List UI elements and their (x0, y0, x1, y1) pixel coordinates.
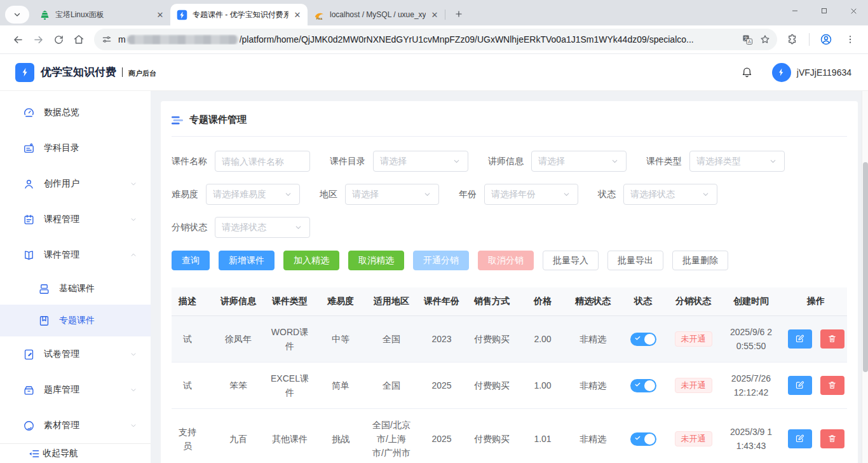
sidebar-item-素材管理[interactable]: 素材管理 (0, 408, 151, 443)
column-header-课件类型: 课件类型 (264, 287, 315, 315)
filter-select-年份[interactable]: 请选择年份 (484, 184, 578, 205)
reload-button[interactable] (48, 29, 69, 50)
trash-icon (827, 434, 837, 443)
sidebar-item-学科目录[interactable]: 学科目录 (0, 130, 151, 166)
svg-text:PMA: PMA (316, 17, 322, 20)
home-button[interactable] (69, 29, 89, 50)
close-tab-icon[interactable]: ✕ (292, 10, 302, 20)
table-wrapper: 描述讲师信息课件类型难易度适用地区课件年份销售方式价格精选状态状态分销状态创建时… (172, 287, 847, 463)
tab-search-button[interactable] (5, 6, 29, 24)
sidebar-item-专题课件[interactable]: 专题课件 (0, 305, 151, 336)
site-settings-icon[interactable] (102, 34, 112, 45)
edit-button[interactable] (788, 376, 812, 395)
forward-button[interactable] (28, 29, 48, 50)
button-批量导入[interactable]: 批量导入 (543, 251, 599, 270)
close-tab-icon[interactable]: ✕ (430, 10, 440, 20)
filter-label: 讲师信息 (488, 156, 524, 167)
filter-年份: 年份请选择年份 (459, 184, 578, 205)
button-批量导出[interactable]: 批量导出 (607, 251, 663, 270)
button-批量删除[interactable]: 批量删除 (672, 251, 728, 270)
address-bar[interactable]: m /platform/home/QjJMK0d2MW0rNXNEdGYrU1c… (94, 29, 777, 50)
browser-tab-2[interactable]: 专题课件 - 优学宝知识付费系统✕ (170, 4, 308, 25)
sidebar-item-课件管理[interactable]: 课件管理 (0, 237, 151, 273)
sidebar-item-基础课件[interactable]: 基础课件 (0, 273, 151, 305)
filter-row-1: 课件名称课件目录请选择讲师信息请选择课件类型请选择类型 (172, 151, 847, 172)
close-window-button[interactable] (839, 0, 868, 22)
scrollbar-thumb[interactable] (863, 162, 868, 372)
sidebar-item-课程管理[interactable]: 课程管理 (0, 202, 151, 237)
sidebar-item-label: 数据总览 (44, 107, 138, 118)
close-tab-icon[interactable]: ✕ (155, 10, 165, 20)
select-placeholder: 请选择状态 (222, 222, 294, 233)
new-tab-button[interactable] (450, 5, 468, 23)
sidebar-item-题库管理[interactable]: 题库管理 (0, 372, 151, 408)
status-toggle-on[interactable] (630, 379, 656, 392)
button-开通分销[interactable]: 开通分销 (413, 251, 469, 270)
special-courseware-icon (38, 315, 50, 327)
minimize-button[interactable] (780, 0, 810, 22)
chevron-down-icon (702, 190, 710, 198)
sidebar-item-创作用户[interactable]: 创作用户 (0, 166, 151, 202)
edit-button[interactable] (788, 329, 812, 349)
maximize-button[interactable] (810, 0, 839, 22)
delete-button[interactable] (820, 329, 844, 349)
toolbar-divider (809, 33, 810, 46)
content-card: 专题课件管理 课件名称课件目录请选择讲师信息请选择课件类型请选择类型难易度请选择… (161, 101, 858, 463)
profile-button[interactable] (816, 29, 836, 50)
chevron-up-icon (129, 251, 138, 259)
chevron-down-icon (452, 157, 461, 165)
delete-button[interactable] (820, 429, 844, 448)
extensions-button[interactable] (782, 29, 803, 50)
filter-课件名称: 课件名称 (172, 151, 310, 172)
filter-select-课件目录[interactable]: 请选择 (373, 151, 468, 172)
filter-select-课件类型[interactable]: 请选择类型 (689, 151, 785, 172)
browser-toolbar: m /platform/home/QjJMK0d2MW0rNXNEdGYrU1c… (0, 25, 868, 54)
user-avatar[interactable] (772, 63, 791, 82)
status-toggle-on[interactable] (630, 333, 656, 346)
browser-tab-1[interactable]: 宝塔Linux面板✕ (33, 4, 170, 25)
notification-bell-icon[interactable] (741, 66, 753, 78)
page-scrollbar[interactable] (862, 54, 868, 463)
username: jVFJjE119634 (797, 67, 851, 78)
browser-tab-3[interactable]: PMAlocalhost / MySQL / uxue_xyz✕ (308, 4, 445, 25)
basic-courseware-icon (38, 283, 50, 295)
chevron-down-icon (294, 223, 303, 232)
svg-text:A: A (748, 39, 751, 44)
status-toggle-on[interactable] (630, 432, 656, 446)
filter-讲师信息: 讲师信息请选择 (488, 151, 627, 172)
sidebar-item-试卷管理[interactable]: 试卷管理 (0, 336, 151, 372)
column-header-状态: 状态 (618, 287, 668, 315)
filter-select-讲师信息[interactable]: 请选择 (531, 151, 627, 172)
distribution-badge: 未开通 (675, 378, 712, 393)
button-取消分销[interactable]: 取消分销 (478, 251, 534, 270)
sidebar: 数据总览学科目录创作用户课程管理课件管理基础课件专题课件试卷管理题库管理素材管理… (0, 91, 151, 463)
edit-button[interactable] (788, 429, 812, 448)
filter-select-难易度[interactable]: 请选择难易度 (206, 184, 300, 205)
button-查询[interactable]: 查询 (172, 251, 210, 270)
back-button[interactable] (8, 29, 28, 50)
toggle-knob (644, 380, 655, 391)
browser-menu-button[interactable] (840, 29, 860, 50)
cell-price: 1.01 (517, 408, 568, 463)
button-新增课件[interactable]: 新增课件 (219, 251, 275, 270)
table-row-2: 试笨笨EXCEL课件简单全国2025付费购买1.00非精选未开通2025/7/2… (172, 362, 847, 408)
button-取消精选[interactable]: 取消精选 (348, 251, 404, 270)
filter-select-分销状态[interactable]: 请选择状态 (215, 217, 310, 238)
column-header-创建时间: 创建时间 (718, 287, 784, 315)
filter-select-状态[interactable]: 请选择状态 (623, 184, 717, 205)
collapse-nav-button[interactable]: 收起导航 (0, 443, 151, 463)
sidebar-item-label: 学科目录 (44, 142, 138, 154)
sidebar-item-label: 基础课件 (59, 283, 138, 294)
cell-featured-state: 非精选 (568, 408, 618, 463)
filter-select-地区[interactable]: 请选择 (345, 184, 439, 205)
courseware-name-input[interactable] (222, 156, 303, 167)
chevron-down-icon (129, 179, 138, 188)
sidebar-item-label: 创作用户 (44, 178, 129, 190)
filter-label: 课件类型 (646, 156, 682, 167)
delete-button[interactable] (820, 376, 844, 395)
bookmark-star-icon[interactable] (759, 34, 771, 45)
sidebar-item-数据总览[interactable]: 数据总览 (0, 95, 151, 130)
button-加入精选[interactable]: 加入精选 (283, 251, 339, 270)
translate-icon[interactable]: 文A (742, 34, 753, 45)
filter-label: 地区 (320, 189, 337, 200)
